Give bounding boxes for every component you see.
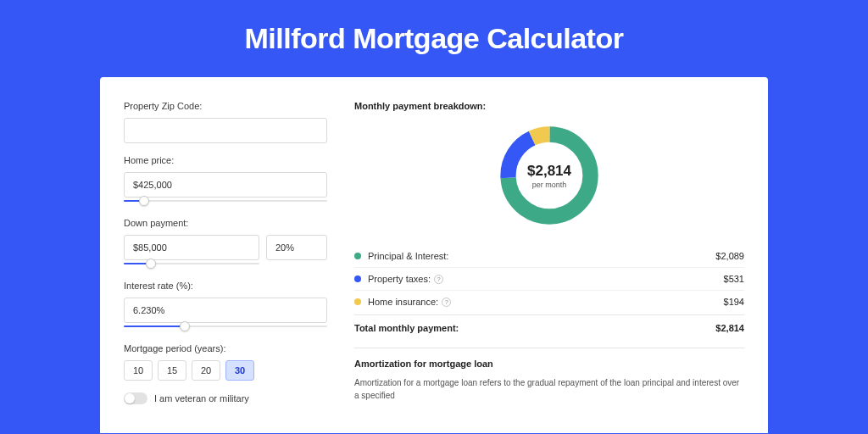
slider-track [124, 200, 327, 202]
legend: Principal & Interest:$2,089Property taxe… [354, 245, 744, 313]
interest-slider[interactable] [124, 321, 327, 331]
slider-fill [124, 326, 185, 327]
total-value: $2,814 [715, 323, 744, 333]
down-payment-label: Down payment: [124, 218, 327, 228]
legend-value: $531 [724, 274, 744, 284]
period-option-30[interactable]: 30 [225, 360, 254, 381]
period-option-20[interactable]: 20 [192, 360, 220, 381]
period-option-10[interactable]: 10 [124, 360, 153, 381]
slider-thumb[interactable] [139, 196, 149, 206]
donut-chart: $2,814 per month [495, 121, 604, 230]
calculator-card: Property Zip Code: Home price: Down paym… [100, 77, 768, 433]
slider-thumb[interactable] [146, 259, 156, 269]
down-payment-field-group: Down payment: [124, 218, 327, 269]
amortization-body: Amortization for a mortgage loan refers … [354, 377, 744, 402]
home-price-field-group: Home price: [124, 155, 327, 206]
legend-dot [354, 275, 361, 282]
period-label: Mortgage period (years): [124, 343, 327, 353]
total-label: Total monthly payment: [354, 323, 459, 333]
legend-value: $2,089 [715, 251, 744, 261]
form-panel: Property Zip Code: Home price: Down paym… [124, 101, 327, 433]
legend-row-principal: Principal & Interest:$2,089 [354, 245, 744, 268]
info-icon[interactable]: ? [434, 275, 443, 284]
interest-input[interactable] [124, 298, 327, 323]
amortization-section: Amortization for mortgage loan Amortizat… [354, 348, 744, 402]
donut-chart-wrap: $2,814 per month [354, 121, 744, 230]
total-row: Total monthly payment: $2,814 [354, 314, 744, 342]
legend-value: $194 [724, 297, 744, 307]
veteran-row: I am veteran or military [124, 392, 327, 404]
legend-row-taxes: Property taxes:?$531 [354, 268, 744, 291]
info-icon[interactable]: ? [442, 298, 451, 307]
down-payment-slider[interactable] [124, 259, 259, 269]
period-field-group: Mortgage period (years): 10152030 [124, 343, 327, 381]
legend-label: Principal & Interest: [368, 251, 448, 261]
legend-dot [354, 298, 361, 305]
down-payment-input[interactable] [124, 235, 259, 260]
donut-amount: $2,814 [527, 163, 571, 180]
period-option-15[interactable]: 15 [158, 360, 186, 381]
legend-dot [354, 253, 361, 259]
slider-thumb[interactable] [180, 321, 190, 331]
home-price-input[interactable] [124, 172, 327, 198]
veteran-toggle[interactable] [124, 392, 147, 404]
zip-label: Property Zip Code: [124, 101, 327, 111]
interest-label: Interest rate (%): [124, 281, 327, 291]
home-price-label: Home price: [124, 155, 327, 165]
down-payment-pct-input[interactable] [266, 235, 327, 260]
zip-input[interactable] [124, 118, 327, 143]
amortization-title: Amortization for mortgage loan [354, 359, 744, 369]
period-options: 10152030 [124, 360, 327, 381]
legend-label: Property taxes: [368, 274, 431, 284]
donut-sub: per month [532, 181, 567, 189]
breakdown-title: Monthly payment breakdown: [354, 101, 744, 111]
legend-label: Home insurance: [368, 297, 438, 307]
donut-center: $2,814 per month [495, 121, 604, 230]
zip-field-group: Property Zip Code: [124, 101, 327, 143]
home-price-slider[interactable] [124, 196, 327, 206]
interest-field-group: Interest rate (%): [124, 281, 327, 331]
legend-row-insurance: Home insurance:?$194 [354, 291, 744, 313]
veteran-label: I am veteran or military [154, 393, 249, 403]
page-title: Millford Mortgage Calculator [0, 22, 868, 55]
breakdown-panel: Monthly payment breakdown: $2,814 per mo… [354, 101, 744, 433]
